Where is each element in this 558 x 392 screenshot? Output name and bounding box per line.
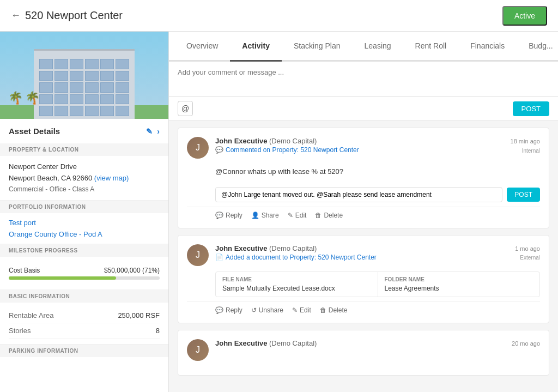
unshare-action-2[interactable]: ↺ Unshare xyxy=(251,306,283,314)
feed-item-1: J John Executive (Demo Capital) 💬 Commen… xyxy=(178,128,549,228)
rentable-area-label: Rentable Area xyxy=(9,311,53,319)
tab-financials[interactable]: Financials xyxy=(458,32,517,60)
feed-action-icon-2: 📄 xyxy=(215,254,223,261)
delete-action-2[interactable]: 🗑 Delete xyxy=(320,306,348,314)
document-attachment-2: FILE NAME Sample Mutually Executed Lease… xyxy=(215,272,540,297)
share-icon-1: 👤 xyxy=(251,212,259,219)
feed-meta-1: John Executive (Demo Capital) 💬 Commente… xyxy=(215,137,504,154)
section-portfolio: Test port Orange County Office - Pod A xyxy=(0,213,168,244)
feed-company-2: (Demo Capital) xyxy=(269,244,317,252)
comment-textarea[interactable] xyxy=(178,68,549,88)
reply-post-button-1[interactable]: POST xyxy=(507,188,540,202)
page-title: 520 Newport Center xyxy=(25,9,123,22)
tab-budget[interactable]: Budg... xyxy=(517,32,558,60)
feed-meta-3: John Executive (Demo Capital) xyxy=(215,339,505,347)
property-image: 🌴 🌴 xyxy=(0,32,168,119)
active-badge[interactable]: Active xyxy=(502,6,547,26)
asset-details-header: Asset Details ✎ › xyxy=(0,119,168,143)
feed-item-2: J John Executive (Demo Capital) 📄 Added … xyxy=(178,235,549,323)
feed-actions-1: 💬 Reply 👤 Share ✎ Edit 🗑 xyxy=(187,207,540,219)
mention-input[interactable] xyxy=(197,101,508,116)
reply-action-2[interactable]: 💬 Reply xyxy=(215,306,242,314)
edit-action-2[interactable]: ✎ Edit xyxy=(292,306,311,314)
avatar-3: J xyxy=(187,339,209,361)
feed-item-3: J John Executive (Demo Capital) 20 mo ag… xyxy=(178,330,549,376)
activity-feed: J John Executive (Demo Capital) 💬 Commen… xyxy=(169,121,558,389)
feed-company-3: (Demo Capital) xyxy=(269,339,317,347)
right-content: Overview Activity Stacking Plan Leasing … xyxy=(169,32,558,392)
feed-body-1: @Connor whats up with lease % at 520? xyxy=(187,164,540,183)
tab-activity[interactable]: Activity xyxy=(230,32,282,60)
edit-icon[interactable]: ✎ xyxy=(146,127,153,136)
stories-value: 8 xyxy=(156,327,160,335)
feed-author-1: John Executive xyxy=(215,137,267,145)
progress-bar-fill xyxy=(9,276,116,280)
mention-button[interactable]: @ xyxy=(178,101,193,116)
back-nav[interactable]: ← 520 Newport Center xyxy=(11,9,123,22)
cost-basis-label: Cost Basis xyxy=(9,267,40,274)
folder-name-value: Lease Agreements xyxy=(385,285,533,292)
feed-visibility-1: Internal xyxy=(511,147,540,155)
comment-input-area xyxy=(169,62,558,97)
tabs-bar: Overview Activity Stacking Plan Leasing … xyxy=(169,32,558,62)
reply-icon-1: 💬 xyxy=(215,212,223,219)
feed-author-2: John Executive xyxy=(215,244,267,252)
section-property-location-label: PROPERTY & LOCATION xyxy=(0,143,168,156)
avatar-2: J xyxy=(187,244,209,266)
feed-time-value-3: 20 mo ago xyxy=(512,339,540,349)
section-milestone-label: MILESTONE PROGRESS xyxy=(0,244,168,257)
progress-bar-bg xyxy=(9,276,160,280)
tab-overview[interactable]: Overview xyxy=(174,32,230,60)
feed-action-text-2[interactable]: Added a document to Property: 520 Newpor… xyxy=(226,254,377,261)
section-property-location: Newport Center Drive Newport Beach, CA 9… xyxy=(0,156,168,201)
file-name-header: FILE NAME xyxy=(222,276,371,282)
main-layout: 🌴 🌴 Asset Details ✎ › PROPERTY & LOCATIO… xyxy=(0,32,558,392)
feed-action-text-1[interactable]: Commented on Property: 520 Newport Cente… xyxy=(226,146,359,154)
asset-details-icons: ✎ › xyxy=(146,127,160,136)
mention-row: @ POST xyxy=(169,97,558,121)
folder-name-header: FOLDER NAME xyxy=(385,276,533,282)
stories-label: Stories xyxy=(9,327,31,335)
property-type: Commercial - Office - Class A xyxy=(9,184,160,195)
back-arrow-icon[interactable]: ← xyxy=(11,10,21,21)
share-action-1[interactable]: 👤 Share xyxy=(251,212,279,219)
asset-details-label: Asset Details xyxy=(9,126,60,136)
delete-label-1: Delete xyxy=(324,212,343,219)
portfolio-name[interactable]: Test port xyxy=(9,219,160,227)
tab-rent-roll[interactable]: Rent Roll xyxy=(403,32,459,60)
unshare-label-2: Unshare xyxy=(259,306,283,314)
reply-input-1[interactable] xyxy=(215,187,502,202)
section-basic-info-label: BASIC INFORMATION xyxy=(0,290,168,303)
section-milestone: Cost Basis $50,000,000 (71%) xyxy=(0,257,168,290)
feed-action-2: 📄 Added a document to Property: 520 Newp… xyxy=(215,254,508,261)
delete-action-1[interactable]: 🗑 Delete xyxy=(315,212,343,219)
unshare-icon-2: ↺ xyxy=(251,306,257,314)
post-button-top[interactable]: POST xyxy=(513,101,549,116)
edit-icon-2: ✎ xyxy=(292,306,298,314)
info-row-rentable: Rentable Area 250,000 RSF xyxy=(9,308,160,323)
section-basic-info: Rentable Area 250,000 RSF Stories 8 xyxy=(0,303,168,345)
rentable-area-value: 250,000 RSF xyxy=(118,311,160,319)
feed-meta-2: John Executive (Demo Capital) 📄 Added a … xyxy=(215,244,508,261)
reply-input-row-1: POST xyxy=(187,183,540,207)
reply-icon-2: 💬 xyxy=(215,306,223,314)
feed-action-1: 💬 Commented on Property: 520 Newport Cen… xyxy=(215,146,504,154)
feed-time-3: 20 mo ago xyxy=(512,339,540,349)
sub-portfolio[interactable]: Orange County Office - Pod A xyxy=(9,230,160,238)
address-line1: Newport Center Drive xyxy=(9,161,160,173)
edit-icon-1: ✎ xyxy=(288,212,293,219)
reply-label-2: Reply xyxy=(226,306,242,314)
address-line2: Newport Beach, CA 92660 (view map) xyxy=(9,173,160,184)
feed-time-1: 18 min ago Internal xyxy=(511,137,540,155)
section-portfolio-label: PORTFOLIO INFORMATION xyxy=(0,201,168,213)
edit-action-1[interactable]: ✎ Edit xyxy=(288,212,307,219)
view-map-link[interactable]: (view map) xyxy=(94,174,129,182)
feed-action-icon-1: 💬 xyxy=(215,146,223,154)
avatar-1: J xyxy=(187,137,209,159)
expand-icon[interactable]: › xyxy=(157,127,160,136)
reply-action-1[interactable]: 💬 Reply xyxy=(215,212,242,219)
edit-label-1: Edit xyxy=(295,212,307,219)
tab-leasing[interactable]: Leasing xyxy=(353,32,403,60)
section-parking-label: PARKING INFORMATION xyxy=(0,345,168,357)
tab-stacking[interactable]: Stacking Plan xyxy=(282,32,353,60)
